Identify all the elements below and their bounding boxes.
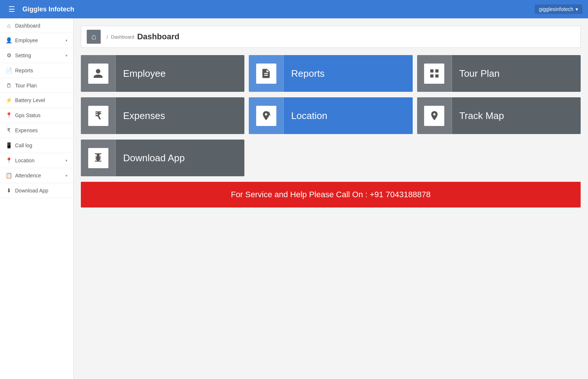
chevron-right-icon-4: ▾	[65, 173, 68, 178]
sidebar-item-employee[interactable]: 👤 Employee ▾	[0, 33, 73, 48]
sidebar-item-attendence[interactable]: 📋 Attendence ▾	[0, 168, 73, 183]
help-text: For Service and Help Please Call On : +9…	[231, 190, 431, 199]
location-icon: 📍	[6, 157, 12, 164]
location-icon	[256, 106, 276, 126]
download-card-icon-wrap	[81, 140, 116, 176]
breadcrumb-home-icon: ⌂	[87, 30, 101, 44]
reports-card-label: Reports	[284, 68, 412, 79]
dashboard-card-reports[interactable]: Reports	[249, 55, 412, 92]
dashboard-card-employee[interactable]: Employee	[81, 55, 244, 92]
dashboard-card-tour-plan[interactable]: Tour Plan	[417, 55, 581, 92]
sidebar-item-call-log[interactable]: 📱 Call log	[0, 138, 73, 153]
sidebar-label-calllog: Call log	[15, 142, 32, 148]
sidebar-label-battery: Battery Level	[15, 97, 45, 103]
location-card-label: Location	[284, 110, 412, 122]
user-menu[interactable]: gigglesinfotech ▾	[535, 4, 582, 14]
home-icon: ⌂	[6, 22, 12, 29]
download-app-card-label: Download App	[116, 152, 244, 164]
employee-card-icon-wrap	[81, 55, 116, 92]
reports-icon: 📄	[6, 67, 12, 74]
layout: ⌂ Dashboard 👤 Employee ▾ ⚙ Setting ▾ 📄 R…	[0, 18, 588, 379]
trackmap-card-icon-wrap	[417, 97, 452, 134]
trackmap-icon	[424, 106, 444, 126]
user-icon: 👤	[6, 37, 12, 44]
brand-name: Giggles Infotech	[22, 6, 74, 13]
chevron-right-icon: ▾	[65, 38, 68, 43]
phone-icon: 📱	[6, 142, 12, 149]
sidebar-label-setting: Setting	[15, 53, 31, 58]
sidebar-item-dashboard[interactable]: ⌂ Dashboard	[0, 18, 73, 33]
breadcrumb-separator: /	[107, 34, 108, 40]
sidebar-label-tour-plan: Tour Plan	[15, 83, 37, 89]
navbar: ☰ Giggles Infotech gigglesinfotech ▾	[0, 0, 588, 18]
reports-card-icon-wrap	[249, 55, 284, 92]
sidebar-item-gps-status[interactable]: 📍 Gps Status	[0, 108, 73, 123]
download-icon: ⬇	[6, 187, 12, 194]
sidebar-label-download: Download App	[15, 188, 48, 194]
sidebar-label-expenses: Expenses	[15, 127, 37, 133]
breadcrumb-parent: Dashboard	[111, 34, 135, 40]
sidebar-item-setting[interactable]: ⚙ Setting ▾	[0, 48, 73, 63]
tourplan-card-label: Tour Plan	[452, 68, 581, 79]
attendence-icon: 📋	[6, 172, 12, 179]
tourplan-card-icon-wrap	[417, 55, 452, 92]
dashboard-card-track-map[interactable]: Track Map	[417, 97, 581, 134]
download-app-icon	[88, 148, 108, 168]
sidebar-label-employee: Employee	[15, 37, 38, 43]
menu-toggle-button[interactable]: ☰	[6, 3, 18, 15]
page-title: Dashboard	[137, 32, 179, 41]
sidebar-item-expenses[interactable]: ₹ Expenses	[0, 123, 73, 138]
trackmap-card-label: Track Map	[452, 110, 581, 122]
tourplan-icon	[424, 64, 444, 84]
location-card-icon-wrap	[249, 97, 284, 134]
sidebar-label-gps: Gps Status	[15, 112, 40, 118]
navbar-left: ☰ Giggles Infotech	[6, 3, 74, 15]
sidebar: ⌂ Dashboard 👤 Employee ▾ ⚙ Setting ▾ 📄 R…	[0, 18, 74, 379]
dashboard-card-expenses[interactable]: ₹ Expenses	[81, 97, 244, 134]
rupee-icon: ₹	[6, 127, 12, 134]
hamburger-icon: ☰	[8, 5, 15, 13]
sidebar-item-reports[interactable]: 📄 Reports	[0, 63, 73, 78]
help-banner: For Service and Help Please Call On : +9…	[81, 182, 581, 207]
sidebar-item-battery-level[interactable]: ⚡ Battery Level	[0, 93, 73, 108]
navbar-right: gigglesinfotech ▾	[535, 4, 582, 14]
tour-plan-icon: 🗒	[6, 82, 12, 89]
chevron-right-icon-3: ▾	[65, 158, 68, 163]
dashboard-card-download-app[interactable]: Download App	[81, 140, 244, 176]
breadcrumb: ⌂ / Dashboard Dashboard	[81, 26, 581, 48]
gps-icon: 📍	[6, 112, 12, 119]
dashboard-card-location[interactable]: Location	[249, 97, 412, 134]
battery-icon: ⚡	[6, 97, 12, 104]
username-label: gigglesinfotech	[539, 6, 573, 12]
sidebar-label-reports: Reports	[15, 68, 33, 73]
reports-icon	[256, 64, 276, 84]
expenses-icon: ₹	[88, 106, 108, 126]
main-content: ⌂ / Dashboard Dashboard Employee	[74, 18, 588, 379]
expenses-card-label: Expenses	[116, 110, 244, 122]
chevron-down-icon: ▾	[576, 6, 578, 12]
employee-icon	[88, 64, 108, 84]
employee-card-label: Employee	[116, 68, 244, 79]
dashboard-grid-row2: ₹ Expenses Location	[81, 97, 581, 134]
sidebar-label-location: Location	[15, 158, 35, 163]
sidebar-label-dashboard: Dashboard	[15, 23, 40, 29]
expenses-card-icon-wrap: ₹	[81, 97, 116, 134]
dashboard-bottom-row: Download App	[81, 140, 581, 176]
sidebar-item-location[interactable]: 📍 Location ▾	[0, 153, 73, 168]
chevron-right-icon-2: ▾	[65, 53, 68, 58]
gear-icon: ⚙	[6, 52, 12, 59]
dashboard-grid: Employee Reports	[81, 55, 581, 92]
sidebar-label-attendence: Attendence	[15, 173, 41, 178]
sidebar-item-tour-plan[interactable]: 🗒 Tour Plan	[0, 78, 73, 93]
sidebar-item-download-app[interactable]: ⬇ Download App	[0, 183, 73, 198]
